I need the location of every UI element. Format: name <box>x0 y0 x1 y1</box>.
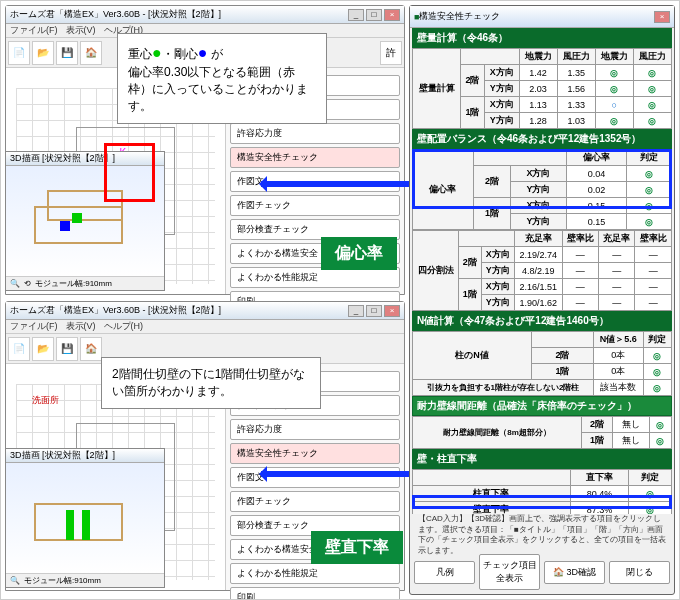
section-wall-dist[interactable]: 耐力壁線間距離（品確法「床倍率のチェック」） <box>412 396 672 416</box>
maximize-button[interactable]: □ <box>366 305 382 317</box>
perspective-status: 🔍⟲モジュール幅:910mm <box>6 276 164 290</box>
guide-perf-button[interactable]: よくわかる性能規定 <box>230 267 400 288</box>
table-wall-qty: 壁量計算地震力風圧力地震力風圧力 2階X方向1.421.35◎◎ Y方向2.03… <box>412 48 672 129</box>
arrow-eccentricity <box>261 181 409 187</box>
table-direct-rate: 直下率判定 柱直下率80.4%◎ 壁直下率87.3%◎ 耐力壁直下率X方向57.… <box>412 469 672 514</box>
perspective-viewport[interactable] <box>6 166 164 276</box>
check-title: 構造安全性チェック <box>419 10 500 23</box>
section-nvalue[interactable]: N値計算（令47条および平12建告1460号） <box>412 311 672 331</box>
safety-check-window: ■ 構造安全性チェック × 壁量計算（令46条） 壁量計算地震力風圧力地震力風圧… <box>409 5 675 595</box>
check-body: 壁量計算（令46条） 壁量計算地震力風圧力地震力風圧力 2階X方向1.421.3… <box>412 28 672 514</box>
label-wall-direct: 壁直下率 <box>311 531 403 564</box>
titlebar-top: ホームズ君「構造EX」Ver3.60B - [状況対照【2階】] _ □ × <box>6 6 404 24</box>
close-button[interactable]: × <box>384 9 400 21</box>
building-button[interactable]: 🏠 <box>80 337 102 361</box>
section-wall-qty[interactable]: 壁量計算（令46条） <box>412 28 672 48</box>
draft-check-button[interactable]: 作図チェック <box>230 195 400 216</box>
check-titlebar: ■ 構造安全性チェック × <box>410 6 674 28</box>
building-button[interactable]: 🏠 <box>80 41 102 65</box>
callout-wall-direct: 2階間仕切壁の下に1階間仕切壁がない箇所がわかります。 <box>101 357 321 409</box>
close-check-button[interactable]: 閉じる <box>609 561 670 584</box>
calc-button[interactable]: 許 <box>380 41 402 65</box>
perspective-window-top: 3D描画 [状況対照【2階】] 🔍⟲モジュール幅:910mm <box>5 151 165 291</box>
table-quadrant: 四分割法充足率壁率比充足率壁率比 2階X方向2.19/2.74——— Y方向4.… <box>412 230 672 311</box>
label-eccentricity: 偏心率 <box>321 237 397 270</box>
titlebar-bottom: ホームズ君「構造EX」Ver3.60B - [状況対照【2階】] _ □ × <box>6 302 404 320</box>
callout-eccentricity: 重心●・剛心● が 偏心率0.30以下となる範囲（赤枠）に入っていることがわかり… <box>117 33 327 124</box>
table-nvalue: 柱のN値N値＞5.6判定 2階0本◎ 1階0本◎ 引抜力を負担する1階柱が存在し… <box>412 331 672 396</box>
method-kyoyou[interactable]: 許容応力度 <box>230 123 400 144</box>
check-bottombar: 凡例 チェック項目全表示 🏠 3D確認 閉じる <box>414 554 670 590</box>
new-button[interactable]: 📄 <box>8 41 30 65</box>
menu-view[interactable]: 表示(V) <box>66 24 96 37</box>
new-button[interactable]: 📄 <box>8 337 30 361</box>
table-eccentricity: 偏心率偏心率判定 2階X方向0.04◎ Y方向0.02◎ 1階X方向0.15◎ … <box>412 149 672 230</box>
close-button[interactable]: × <box>654 11 670 23</box>
show-all-button[interactable]: チェック項目全表示 <box>479 554 540 590</box>
maximize-button[interactable]: □ <box>366 9 382 21</box>
close-button[interactable]: × <box>384 305 400 317</box>
open-button[interactable]: 📂 <box>32 41 54 65</box>
arrow-wall-direct <box>261 471 409 477</box>
confirm-3d-button[interactable]: 🏠 3D確認 <box>544 561 605 584</box>
section-direct-rate[interactable]: 壁・柱直下率 <box>412 449 672 469</box>
open-button[interactable]: 📂 <box>32 337 54 361</box>
app-title: ホームズ君「構造EX」Ver3.60B - [状況対照【2階】] <box>10 8 221 21</box>
legend-button[interactable]: 凡例 <box>414 561 475 584</box>
perspective-window-bottom: 3D描画 [状況対照【2階】] 🔍モジュール幅:910mm <box>5 448 165 588</box>
save-button[interactable]: 💾 <box>56 41 78 65</box>
perspective-titlebar: 3D描画 [状況対照【2階】] <box>6 152 164 166</box>
menu-file[interactable]: ファイル(F) <box>10 24 58 37</box>
help-text: 【CAD入力】【3D確認】画面上で、強調表示する項目をクリックします。選択できる… <box>414 510 670 560</box>
save-button[interactable]: 💾 <box>56 337 78 361</box>
safety-check-button[interactable]: 構造安全性チェック <box>230 147 400 168</box>
table-wall-dist: 耐力壁線間距離（8m超部分）2階無し◎ 1階無し◎ <box>412 416 672 449</box>
minimize-button[interactable]: _ <box>348 305 364 317</box>
minimize-button[interactable]: _ <box>348 9 364 21</box>
section-balance[interactable]: 壁配置バランス（令46条および平12建告1352号） <box>412 129 672 149</box>
